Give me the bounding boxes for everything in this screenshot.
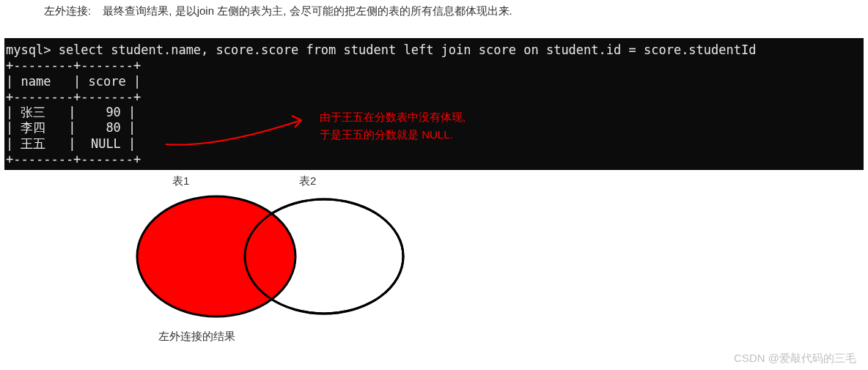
annotation-text: 由于王五在分数表中没有体现, 于是王五的分数就是 NULL.	[320, 108, 466, 144]
header-text: 左外连接: 最终查询结果, 是以join 左侧的表为主, 会尽可能的把左侧的表的…	[44, 4, 512, 18]
join-type-label: 左外连接:	[44, 4, 91, 17]
venn-caption: 左外连接的结果	[158, 330, 235, 344]
table-divider: +--------+-------+	[6, 152, 862, 167]
table-divider: +--------+-------+	[6, 89, 862, 105]
annotation-line1: 由于王五在分数表中没有体现,	[320, 108, 466, 126]
table-header-row: | name | score |	[6, 74, 862, 89]
join-description: 最终查询结果, 是以join 左侧的表为主, 会尽可能的把左侧的表的所有信息都体…	[103, 4, 512, 17]
annotation-line2: 于是王五的分数就是 NULL.	[320, 126, 466, 144]
mysql-terminal: mysql> select student.name, score.score …	[4, 38, 864, 170]
table-divider: +--------+-------+	[6, 58, 862, 73]
venn-label-table1: 表1	[172, 174, 189, 188]
sql-query-line: mysql> select student.name, score.score …	[6, 42, 862, 58]
venn-svg	[132, 190, 425, 330]
venn-label-table2: 表2	[299, 174, 316, 188]
csdn-watermark: CSDN @爱敲代码的三毛	[734, 352, 856, 366]
